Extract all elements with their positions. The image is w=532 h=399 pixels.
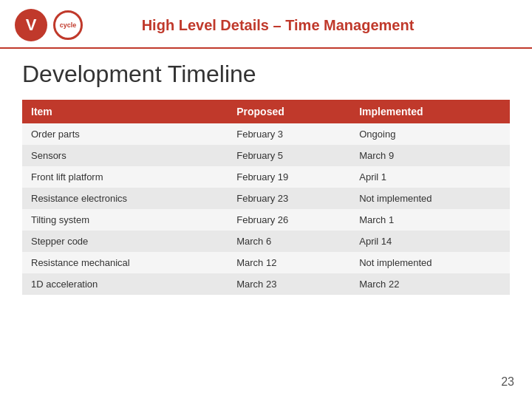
table-cell-4-0: Tilting system [22, 209, 228, 231]
table-cell-1-2: March 9 [350, 145, 510, 166]
timeline-table: Item Proposed Implemented Order partsFeb… [22, 100, 510, 295]
col-header-implemented: Implemented [350, 100, 510, 123]
table-row: Stepper codeMarch 6April 14 [22, 231, 510, 252]
col-header-proposed: Proposed [228, 100, 350, 123]
logo-ring: cycle [53, 10, 83, 40]
table-cell-7-2: March 22 [350, 273, 510, 295]
table-cell-5-1: March 6 [228, 231, 350, 252]
table-cell-1-1: February 5 [228, 145, 350, 166]
table-cell-6-0: Resistance mechanical [22, 252, 228, 273]
table-cell-1-0: Sensors [22, 145, 228, 166]
table-row: Tilting systemFebruary 26March 1 [22, 209, 510, 231]
table-cell-5-0: Stepper code [22, 231, 228, 252]
page-number: 23 [501, 375, 514, 389]
main-content: Development Timeline Item Proposed Imple… [0, 49, 532, 302]
logo-area: V cycle [15, 9, 83, 41]
table-row: Order partsFebruary 3Ongoing [22, 123, 510, 145]
table-cell-7-0: 1D acceleration [22, 273, 228, 295]
table-header-row: Item Proposed Implemented [22, 100, 510, 123]
table-cell-3-2: Not implemented [350, 188, 510, 209]
table-cell-6-2: Not implemented [350, 252, 510, 273]
table-cell-7-1: March 23 [228, 273, 350, 295]
table-cell-2-2: April 1 [350, 166, 510, 188]
table-cell-0-1: February 3 [228, 123, 350, 145]
table-row: SensorsFebruary 5March 9 [22, 145, 510, 166]
table-cell-3-1: February 23 [228, 188, 350, 209]
table-cell-4-2: March 1 [350, 209, 510, 231]
table-cell-2-0: Front lift platform [22, 166, 228, 188]
table-row: Resistance mechanicalMarch 12Not impleme… [22, 252, 510, 273]
table-row: 1D accelerationMarch 23March 22 [22, 273, 510, 295]
header-title: High Level Details – Time Management [83, 17, 517, 34]
table-row: Resistance electronicsFebruary 23Not imp… [22, 188, 510, 209]
section-title: Development Timeline [22, 61, 510, 88]
table-cell-4-1: February 26 [228, 209, 350, 231]
table-cell-6-1: March 12 [228, 252, 350, 273]
table-cell-5-2: April 14 [350, 231, 510, 252]
page-header: V cycle High Level Details – Time Manage… [0, 0, 532, 49]
table-cell-2-1: February 19 [228, 166, 350, 188]
table-cell-3-0: Resistance electronics [22, 188, 228, 209]
logo-v-circle: V [15, 9, 47, 41]
table-row: Front lift platformFebruary 19April 1 [22, 166, 510, 188]
table-cell-0-0: Order parts [22, 123, 228, 145]
col-header-item: Item [22, 100, 228, 123]
table-cell-0-2: Ongoing [350, 123, 510, 145]
